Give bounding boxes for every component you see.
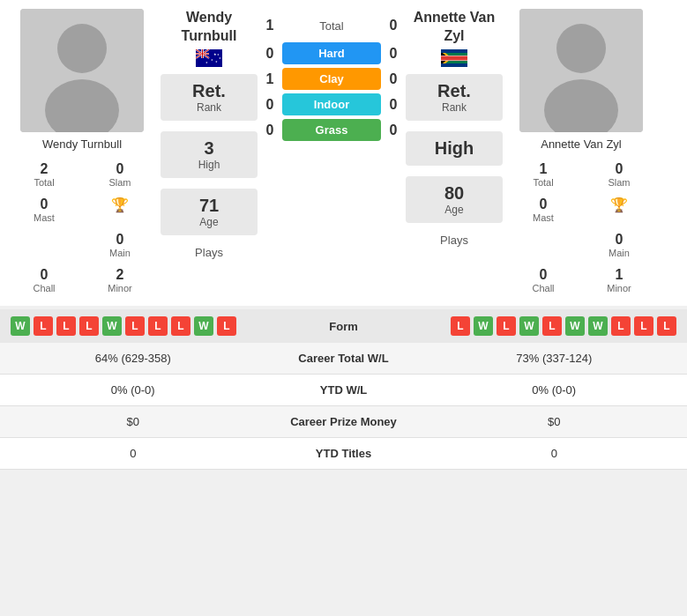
ytd-titles-left: 0: [11, 447, 256, 460]
form-badge-p2-4: W: [519, 316, 539, 336]
player1-main-placeholder: [7, 228, 81, 262]
form-badge-p1-6: L: [125, 316, 145, 336]
player1-form-badges: W L L L W L L L W L: [11, 316, 295, 336]
svg-rect-25: [441, 63, 467, 67]
total-left: 1: [261, 18, 279, 33]
svg-text:★: ★: [219, 56, 221, 60]
form-badge-p1-4: L: [79, 316, 99, 336]
indoor-left: 0: [261, 97, 279, 113]
player2-high-box: High: [406, 131, 503, 166]
player2-name-label: Annette Van Zyl: [541, 137, 622, 151]
career-wl-label: Career Total W/L: [256, 352, 432, 365]
clay-right: 0: [385, 71, 402, 87]
form-section: W L L L W L L L W L Form L W L W L W W L…: [0, 309, 687, 343]
player1-plays: Plays: [195, 246, 223, 259]
player1-center-panel: Wendy Turnbull ★ ★ ★ ★ ★ ★: [161, 9, 258, 297]
hard-left: 0: [261, 46, 279, 62]
career-wl-right: 73% (337-124): [432, 352, 677, 365]
form-badge-p1-1: W: [11, 316, 30, 336]
indoor-row: 0 Indoor 0: [261, 93, 402, 115]
player2-form-badges: L W L W L W W L L L: [393, 316, 677, 336]
player2-flag: [440, 49, 468, 67]
player1-avatar: [20, 9, 144, 132]
player1-slam: 0 Slam: [83, 158, 157, 191]
prize-money-row: $0 Career Prize Money $0: [0, 406, 687, 438]
player2-slam: 0 Slam: [582, 158, 656, 191]
player2-avatar: [519, 9, 643, 132]
player2-main-placeholder: [506, 228, 580, 262]
scores-panel: 1 Total 0 0 Hard 0 1 Clay 0 0 Indoor 0 0: [261, 9, 402, 297]
form-badge-p1-5: W: [102, 316, 122, 336]
top-section: Wendy Turnbull 2 Total 0 Slam 0 Mast 🏆: [0, 0, 687, 306]
player2-stats-grid: 1 Total 0 Slam 0 Mast 🏆 0: [506, 158, 656, 297]
grass-row: 0 Grass 0: [261, 119, 402, 141]
grass-badge: Grass: [282, 119, 381, 141]
player1-main: 0 Main: [83, 228, 157, 262]
form-badge-p1-8: L: [171, 316, 190, 336]
form-badge-p2-10: L: [657, 316, 676, 336]
hard-badge: Hard: [282, 42, 381, 64]
hard-row: 0 Hard 0: [261, 42, 402, 64]
svg-text:★: ★: [205, 61, 208, 64]
ytd-titles-right: 0: [432, 447, 677, 460]
prize-money-left: $0: [11, 415, 256, 428]
ytd-wl-row: 0% (0-0) YTD W/L 0% (0-0): [0, 375, 687, 406]
player2-mast: 0 Mast: [506, 193, 580, 226]
player1-total: 2 Total: [7, 158, 81, 191]
player2-chall: 0 Chall: [506, 263, 580, 297]
ytd-titles-row: 0 YTD Titles 0: [0, 438, 687, 470]
player1-minor: 2 Minor: [83, 263, 157, 297]
svg-text:★: ★: [215, 60, 218, 63]
grass-left: 0: [261, 122, 279, 138]
form-badge-p2-8: L: [611, 316, 631, 336]
form-badge-p1-10: L: [217, 316, 236, 336]
ytd-titles-label: YTD Titles: [256, 447, 432, 460]
hard-right: 0: [385, 46, 402, 62]
player1-age-box: 71 Age: [161, 189, 258, 235]
player1-card: Wendy Turnbull 2 Total 0 Slam 0 Mast 🏆: [7, 9, 157, 297]
clay-badge: Clay: [282, 68, 381, 90]
svg-text:★: ★: [211, 58, 213, 62]
prize-money-label: Career Prize Money: [256, 415, 432, 428]
player1-name-center: Wendy Turnbull: [161, 9, 258, 46]
svg-text:★: ★: [217, 52, 220, 56]
player2-total: 1 Total: [506, 158, 580, 191]
player2-trophy: 🏆: [582, 193, 656, 226]
form-badge-p1-2: L: [34, 316, 53, 336]
player2-minor: 1 Minor: [582, 263, 656, 297]
form-badge-p2-5: L: [542, 316, 562, 336]
player1-trophy: 🏆: [83, 193, 157, 226]
svg-point-1: [57, 24, 107, 73]
form-badge-p2-3: L: [497, 316, 516, 336]
svg-rect-24: [441, 49, 467, 53]
player1-chall: 0 Chall: [7, 263, 81, 297]
player2-name-center: Annette Van Zyl: [406, 9, 503, 46]
form-badge-p1-9: W: [194, 316, 213, 336]
ytd-wl-label: YTD W/L: [256, 383, 432, 397]
indoor-right: 0: [385, 97, 402, 113]
player1-stats-grid: 2 Total 0 Slam 0 Mast 🏆 0: [7, 158, 157, 297]
clay-row: 1 Clay 0: [261, 68, 402, 90]
career-wl-left: 64% (629-358): [11, 352, 256, 365]
form-badge-p2-1: L: [451, 316, 470, 336]
form-badge-p1-3: L: [56, 316, 76, 336]
clay-left: 1: [261, 71, 279, 87]
player2-center-panel: Annette Van Zyl Ret. Rank High 80 Age: [406, 9, 503, 297]
form-badge-p2-9: L: [634, 316, 653, 336]
player1-high-box: 3 High: [161, 131, 258, 178]
player2-age-box: 80 Age: [406, 176, 503, 223]
main-container: Wendy Turnbull 2 Total 0 Slam 0 Mast 🏆: [0, 0, 687, 470]
total-label: Total: [279, 19, 385, 33]
player2-card: Annette Van Zyl 1 Total 0 Slam 0 Mast 🏆: [506, 9, 656, 297]
total-right: 0: [385, 18, 402, 33]
svg-point-27: [556, 24, 606, 73]
career-wl-row: 64% (629-358) Career Total W/L 73% (337-…: [0, 343, 687, 375]
trophy-icon-left: 🏆: [111, 197, 129, 213]
indoor-badge: Indoor: [282, 93, 381, 115]
form-badge-p2-6: W: [565, 316, 585, 336]
form-label: Form: [300, 320, 388, 333]
total-row: 1 Total 0: [261, 18, 402, 33]
player1-rank-box: Ret. Rank: [161, 74, 258, 121]
ytd-wl-right: 0% (0-0): [432, 383, 677, 397]
grass-right: 0: [385, 122, 402, 138]
